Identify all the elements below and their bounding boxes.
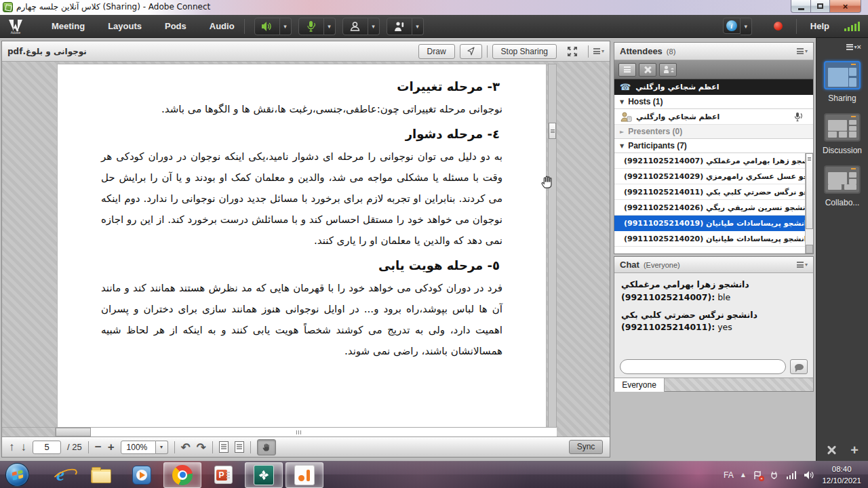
window-titlebar[interactable]: کلاس آنلاین جلسه چهارم (Sharing) - Adobe… — [0, 0, 868, 15]
network-signal-icon[interactable] — [787, 471, 797, 479]
speaker-dropdown[interactable]: ▾ — [280, 18, 292, 35]
attendee-view-list-button[interactable] — [618, 63, 636, 77]
start-button[interactable] — [5, 463, 29, 487]
participants-scrollbar[interactable] — [805, 153, 813, 253]
draw-button[interactable]: Draw — [418, 44, 455, 59]
chat-menu-button[interactable]: ▾ — [797, 261, 808, 269]
layout-collaboration[interactable]: Collabo... — [816, 165, 868, 207]
hidden-icons-button[interactable]: ▲ — [741, 472, 745, 478]
pdf-toolbar: ↑ ↓ 5 / 25 − + 100% ▾ ↶ ↷ Sync — [2, 436, 610, 457]
participant-row[interactable]: دانشجو نرگس حضرتي كلبي بكي (992110252140… — [614, 184, 813, 200]
taskbar-media-player[interactable] — [123, 462, 161, 488]
layout-rail-menu-button[interactable]: ▾ — [846, 43, 857, 51]
presenters-group-header[interactable]: ► Presenters (0) — [614, 125, 813, 139]
speaker-button[interactable] — [254, 18, 280, 35]
fit-width-button[interactable] — [235, 441, 244, 453]
info-button[interactable]: i — [723, 18, 741, 34]
layout-rail-close-icon[interactable]: × — [857, 43, 861, 51]
minimize-button[interactable] — [791, 0, 811, 13]
menu-pods[interactable]: Pods — [165, 21, 186, 31]
raise-hand-button[interactable] — [387, 18, 412, 35]
menu-layouts[interactable]: Layouts — [108, 21, 142, 31]
zoom-select[interactable]: 100% ▾ — [121, 441, 168, 454]
participant-row[interactable]: دانشجو پريساسادات طيانيان (9911102521402… — [614, 231, 813, 247]
layout-collaboration-thumbnail[interactable] — [824, 165, 861, 194]
menu-items: Meeting Layouts Pods Audio — [52, 21, 235, 31]
microphone-dropdown[interactable]: ▾ — [324, 18, 336, 35]
pod-tools-icon[interactable] — [826, 445, 837, 455]
layout-sharing-thumbnail[interactable] — [824, 61, 861, 89]
layout-sharing[interactable]: Sharing — [816, 61, 868, 103]
close-button[interactable]: × — [830, 0, 861, 13]
redo-button[interactable]: ↷ — [197, 441, 206, 454]
participant-row[interactable]: دانشجو عسل عسكري رامهرمزي (9921102521402… — [614, 169, 813, 184]
attendees-count: (8) — [667, 47, 675, 56]
webcam-dropdown[interactable]: ▾ — [368, 18, 380, 35]
layout-rail: ▾ × Sharing Discussion — [816, 38, 868, 461]
fullscreen-button[interactable] — [561, 44, 583, 59]
participants-group-header[interactable]: ▼ Participants (7) — [614, 139, 813, 153]
fit-page-button[interactable] — [219, 441, 229, 453]
taskbar-adobe-connect[interactable] — [245, 462, 283, 488]
participants-scrollbar-thumb[interactable] — [806, 153, 813, 229]
breakout-icon — [644, 66, 652, 74]
host-row[interactable]: اعظم شجاعي وارگلني — [614, 109, 813, 125]
participant-row[interactable]: دانشجو نسرين شريفي ريگي (99211025214026) — [614, 200, 813, 216]
attendee-status-view-button[interactable] — [659, 63, 677, 77]
document-vertical-scrollbar[interactable] — [548, 64, 557, 429]
undo-button[interactable]: ↶ — [181, 441, 191, 454]
participant-row[interactable]: دانشجو زهرا بهرامي مرغملكي (992110252140… — [614, 153, 813, 169]
tab-everyone[interactable]: Everyone — [614, 378, 665, 392]
taskbar-file-explorer[interactable] — [82, 462, 120, 488]
vertical-scrollbar-thumb[interactable] — [549, 123, 556, 139]
status-dropdown[interactable]: ▾ — [412, 18, 424, 35]
taskbar-connect-addin[interactable] — [285, 462, 323, 488]
webcam-button[interactable] — [342, 18, 368, 35]
pointer-tool-button[interactable] — [460, 44, 482, 59]
zoom-in-button[interactable]: + — [108, 441, 115, 454]
chrome-icon — [172, 465, 193, 485]
document-horizontal-scrollbar[interactable] — [2, 427, 557, 436]
hosts-group-header[interactable]: ▼ Hosts (1) — [614, 95, 813, 109]
clock[interactable]: 08:40 12/10/2021 — [822, 464, 861, 485]
next-page-button[interactable]: ↓ — [21, 441, 27, 453]
stop-sharing-button[interactable]: Stop Sharing — [492, 44, 557, 59]
chat-input[interactable] — [620, 359, 786, 374]
chevron-down-icon[interactable]: ▾ — [156, 441, 168, 454]
taskbar-chrome[interactable] — [163, 462, 201, 488]
speaker-control: ▾ — [254, 18, 292, 35]
sync-button[interactable]: Sync — [569, 440, 603, 454]
volume-icon[interactable] — [804, 470, 814, 480]
horizontal-scrollbar-thumb[interactable] — [56, 428, 91, 436]
hand-icon — [261, 441, 273, 453]
layout-discussion-thumbnail[interactable] — [824, 113, 861, 142]
language-indicator[interactable]: FA — [724, 470, 734, 480]
previous-page-button[interactable]: ↑ — [9, 441, 15, 453]
presenters-label: Presenters (0) — [628, 127, 682, 136]
taskbar-powerpoint[interactable]: P — [204, 462, 242, 488]
page-number-input[interactable]: 5 — [33, 441, 61, 454]
doc-paragraph-3: نوجوانی مرحله تغییراتی چون:عاطفی،جنسی،رغ… — [101, 99, 502, 120]
send-message-button[interactable] — [790, 359, 808, 374]
info-dropdown[interactable]: ▾ — [741, 18, 752, 35]
host-avatar-icon — [620, 112, 632, 122]
layout-discussion[interactable]: Discussion — [816, 113, 868, 155]
menu-audio[interactable]: Audio — [210, 21, 235, 31]
add-layout-button[interactable]: + — [850, 445, 859, 455]
hand-tool-button[interactable] — [257, 439, 276, 455]
help-link[interactable]: Help — [810, 21, 829, 31]
breakout-view-button[interactable] — [639, 63, 656, 77]
participant-row-selected[interactable]: دانشجو پريساسادات طيانيان (9911102521401… — [614, 216, 813, 231]
power-plug-icon[interactable] — [770, 470, 779, 480]
menu-bars-icon — [797, 261, 804, 269]
pdf-page[interactable]: ٣- مرحله تغییرات نوجوانی مرحله تغییراتی … — [57, 64, 547, 429]
share-pod-menu-button[interactable]: ▾ — [593, 47, 604, 56]
menu-meeting[interactable]: Meeting — [52, 21, 85, 31]
microphone-button[interactable] — [298, 18, 324, 35]
action-center-flag-icon[interactable]: × — [753, 470, 762, 480]
attendees-menu-button[interactable]: ▾ — [797, 47, 808, 56]
chat-messages[interactable]: دانشجو زهرا بهرامي مرغملكي (992110252140… — [614, 273, 813, 357]
maximize-button[interactable] — [811, 0, 830, 13]
zoom-out-button[interactable]: − — [95, 441, 102, 454]
taskbar-internet-explorer[interactable]: e — [41, 462, 79, 488]
